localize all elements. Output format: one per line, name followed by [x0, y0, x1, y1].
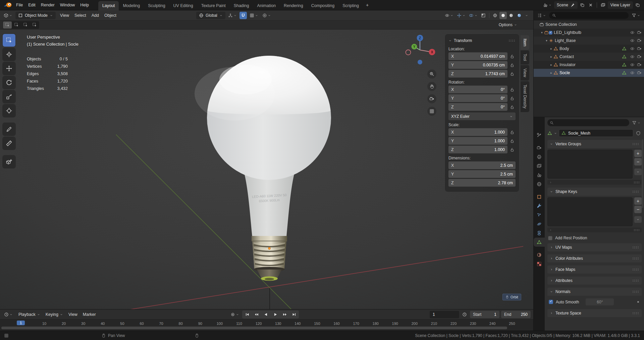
mode-select[interactable]: Object Mode: [15, 12, 56, 19]
menu-edit[interactable]: Edit: [25, 2, 38, 8]
sidebar-tab-texel-density[interactable]: Texel Density: [521, 81, 529, 112]
outliner-search-input[interactable]: [549, 12, 629, 19]
render-toggle[interactable]: [636, 70, 643, 75]
shading-wireframe[interactable]: [491, 12, 499, 19]
vertex-groups-list[interactable]: [547, 150, 633, 179]
disclosure-arrow[interactable]: ▸: [549, 55, 553, 58]
location-field[interactable]: Y0.00735 cm: [448, 61, 507, 69]
properties-tab-modifiers[interactable]: [534, 201, 545, 210]
add-vertex-group-button[interactable]: [634, 150, 642, 157]
menu-window[interactable]: Window: [57, 2, 77, 8]
outliner-row-contact[interactable]: ▸ Contact: [534, 53, 644, 61]
add-workspace-button[interactable]: +: [363, 1, 372, 9]
lock-button[interactable]: [509, 52, 516, 60]
orthographic-toggle-button[interactable]: [427, 107, 436, 116]
hide-toggle[interactable]: [629, 54, 636, 59]
vertex-groups-subpanel[interactable]: [547, 180, 642, 185]
panel-header[interactable]: Face Maps: [547, 265, 642, 274]
auto-smooth-angle-field[interactable]: 60°: [586, 298, 614, 305]
shading-settings[interactable]: [524, 12, 530, 19]
outliner-row-led-lightbulb[interactable]: ▾ LED_Lightbulb: [534, 29, 644, 37]
properties-filter-button[interactable]: [631, 120, 642, 125]
tab-modeling[interactable]: Modeling: [119, 1, 144, 10]
properties-tab-output[interactable]: [534, 152, 545, 161]
collection-checkbox[interactable]: [549, 31, 552, 35]
shape-keys-header[interactable]: Shape Keys: [547, 188, 642, 196]
browse-scene-button[interactable]: [542, 1, 553, 9]
dimension-field[interactable]: Z2.78 cm: [448, 179, 516, 187]
tool-add-cube[interactable]: [3, 155, 15, 168]
lock-button[interactable]: [509, 61, 516, 69]
sidebar-tab-tool[interactable]: Tool: [521, 50, 529, 64]
lock-button[interactable]: [509, 128, 516, 136]
properties-scrollbar[interactable]: [642, 139, 643, 208]
shading-material[interactable]: [507, 12, 515, 19]
browse-view-layer-button[interactable]: [599, 1, 607, 9]
properties-search-input[interactable]: [547, 119, 629, 126]
auto-keying-button[interactable]: [229, 311, 240, 318]
auto-smooth-checkbox[interactable]: [549, 300, 553, 304]
gizmo-neg-x[interactable]: [406, 50, 411, 55]
hide-toggle[interactable]: [629, 70, 636, 75]
timeline-ruler[interactable]: 1 10203040506070809010011012013014015016…: [0, 320, 533, 331]
outliner-row-socle[interactable]: ▸ Socle: [534, 69, 644, 77]
timeline-editor-type-button[interactable]: [3, 311, 14, 318]
select-mode-extend[interactable]: [12, 21, 21, 29]
normals-header[interactable]: Normals: [547, 288, 642, 296]
tool-scale[interactable]: [3, 90, 15, 103]
tab-uv-editing[interactable]: UV Editing: [169, 1, 197, 10]
properties-tab-particles[interactable]: [534, 210, 545, 220]
lock-button[interactable]: [509, 94, 516, 102]
viewport-menu-object[interactable]: Object: [102, 12, 119, 19]
editor-type-button[interactable]: [2, 12, 14, 19]
prev-keyframe-button[interactable]: [252, 311, 261, 318]
dimension-field[interactable]: X2.5 cm: [448, 161, 516, 169]
properties-tab-texture[interactable]: [534, 259, 545, 269]
xray-toggle[interactable]: [480, 12, 487, 19]
panel-header[interactable]: Color Attributes: [547, 254, 642, 262]
shape-key-specials-button[interactable]: [634, 216, 642, 223]
overlays-toggle[interactable]: [468, 12, 479, 19]
view-layer-selector[interactable]: View Layer: [608, 1, 633, 9]
panel-header[interactable]: Attributes: [547, 277, 642, 285]
hide-toggle[interactable]: [629, 38, 636, 43]
current-frame-field[interactable]: 1: [430, 311, 459, 318]
properties-tab-view-layer[interactable]: [534, 161, 545, 171]
disclosure-arrow[interactable]: ▾: [544, 39, 549, 42]
tool-select-box[interactable]: [3, 34, 15, 47]
mesh-name-field[interactable]: Socle_Mesh: [559, 129, 633, 137]
menu-render[interactable]: Render: [38, 2, 57, 8]
lock-button[interactable]: [509, 70, 516, 78]
current-frame-badge[interactable]: 1: [17, 321, 25, 325]
play-reverse-button[interactable]: [261, 311, 270, 318]
timeline-menu-keying[interactable]: Keying: [43, 311, 66, 318]
transform-panel-header[interactable]: Transform: [448, 37, 516, 44]
tab-compositing[interactable]: Compositing: [307, 1, 338, 10]
viewport-menu-add[interactable]: Add: [89, 12, 102, 19]
shape-keys-subpanel[interactable]: [547, 228, 642, 232]
outliner-row-body[interactable]: ▸ Body: [534, 45, 644, 53]
menu-help[interactable]: Help: [77, 2, 92, 8]
tool-rotate[interactable]: [3, 76, 15, 89]
disclosure-arrow[interactable]: ▸: [549, 47, 553, 50]
jump-to-start-button[interactable]: [243, 311, 252, 318]
panel-header[interactable]: UV Maps: [547, 243, 642, 251]
add-rest-position-checkbox[interactable]: [548, 236, 552, 240]
timeline-menu-marker[interactable]: Marker: [80, 311, 99, 318]
render-toggle[interactable]: [636, 38, 643, 43]
properties-tab-physics[interactable]: [534, 220, 545, 229]
tab-layout[interactable]: Layout: [98, 1, 119, 10]
select-mode-subtract[interactable]: [21, 21, 30, 29]
tool-move[interactable]: [3, 62, 15, 75]
location-field[interactable]: X0.014937 cm: [448, 52, 507, 60]
pin-icon[interactable]: [570, 3, 575, 7]
properties-tab-constraints[interactable]: [534, 229, 545, 238]
lock-button[interactable]: [509, 146, 516, 153]
rotation-field[interactable]: Y0°: [448, 94, 507, 102]
rotation-field[interactable]: X0°: [448, 86, 507, 93]
object-type-visibility[interactable]: [443, 12, 455, 19]
outliner-row-scene-collection[interactable]: Scene Collection: [534, 20, 644, 29]
viewport-menu-select[interactable]: Select: [72, 12, 89, 19]
tab-scripting[interactable]: Scripting: [338, 1, 363, 10]
vertex-groups-header[interactable]: Vertex Groups: [547, 140, 642, 148]
